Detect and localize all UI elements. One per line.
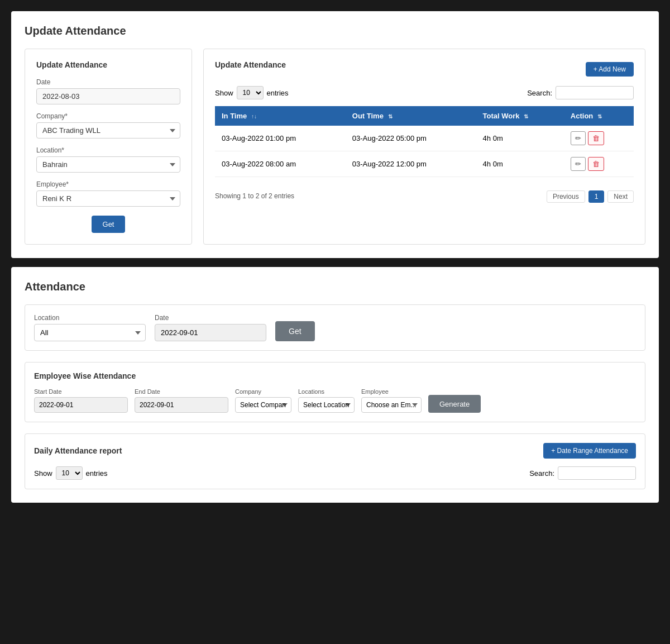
- locations-field: Locations Select Location: [298, 388, 355, 413]
- employee-label: Employee*: [36, 180, 180, 188]
- company-field: Company Select Compan: [235, 388, 291, 413]
- delete-button-1[interactable]: 🗑: [588, 131, 604, 145]
- action-buttons-1: ✏ 🗑: [571, 131, 627, 145]
- action-sort-icon: ⇅: [597, 113, 602, 120]
- table-row: 03-Aug-2022 08:00 am 03-Aug-2022 12:00 p…: [215, 151, 634, 177]
- showing-info: Showing 1 to 2 of 2 entries: [215, 192, 294, 200]
- date-group: Date: [36, 78, 180, 104]
- employee-wise-row: Start Date End Date Company Select Compa…: [34, 388, 636, 413]
- left-get-button[interactable]: Get: [92, 216, 126, 233]
- date-input[interactable]: [36, 88, 180, 104]
- add-new-button[interactable]: + Add New: [586, 62, 634, 77]
- in-time-cell-1: 03-Aug-2022 01:00 pm: [215, 126, 346, 151]
- daily-entries-label: entries: [86, 469, 108, 478]
- action-buttons-2: ✏ 🗑: [571, 157, 627, 171]
- employee-select[interactable]: Reni K R: [36, 190, 180, 207]
- company-select[interactable]: ABC Trading WLL: [36, 122, 180, 139]
- employee-wise-section: Employee Wise Attendance Start Date End …: [25, 362, 645, 422]
- in-time-cell-2: 03-Aug-2022 08:00 am: [215, 151, 346, 177]
- col-in-time[interactable]: In Time ↑↓: [215, 106, 346, 126]
- daily-header: Daily Attendance report + Date Range Att…: [34, 443, 636, 459]
- att-location-select[interactable]: All: [34, 324, 146, 341]
- col-out-time[interactable]: Out Time ⇅: [346, 106, 476, 126]
- entries-select[interactable]: 10: [237, 86, 264, 99]
- action-cell-1: ✏ 🗑: [564, 126, 634, 151]
- emp-locations-select[interactable]: Select Location: [298, 397, 355, 413]
- end-date-input[interactable]: [135, 397, 228, 413]
- table-search-input[interactable]: [556, 86, 634, 99]
- table-body: 03-Aug-2022 01:00 pm 03-Aug-2022 05:00 p…: [215, 126, 634, 177]
- delete-button-2[interactable]: 🗑: [588, 157, 604, 171]
- get-btn-container: Get: [36, 216, 180, 233]
- location-label: Location*: [36, 146, 180, 154]
- out-time-cell-1: 03-Aug-2022 05:00 pm: [346, 126, 476, 151]
- entries-label: entries: [267, 89, 289, 97]
- daily-search-label: Search:: [529, 469, 554, 478]
- previous-button[interactable]: Previous: [547, 190, 585, 203]
- total-work-cell-1: 4h 0m: [476, 126, 564, 151]
- action-cell-2: ✏ 🗑: [564, 151, 634, 177]
- attendance-filter-row: Location All Date Get: [25, 304, 645, 351]
- table-header: In Time ↑↓ Out Time ⇅ Total Work ⇅ Act: [215, 106, 634, 126]
- show-entries-left: Show 10 entries: [215, 86, 289, 99]
- emp-company-select[interactable]: Select Compan: [235, 397, 291, 413]
- next-button[interactable]: Next: [607, 190, 634, 203]
- show-label: Show: [215, 89, 233, 97]
- attendance-card: Attendance Location All Date Get Employe…: [11, 267, 659, 503]
- edit-button-2[interactable]: ✏: [571, 157, 586, 171]
- edit-button-1[interactable]: ✏: [571, 131, 586, 145]
- company-group: Company* ABC Trading WLL: [36, 112, 180, 139]
- daily-section: Daily Attendance report + Date Range Att…: [25, 433, 645, 489]
- update-attendance-card: Update Attendance Update Attendance Date…: [11, 11, 659, 258]
- location-group: Location* Bahrain: [36, 146, 180, 173]
- attendance-title: Attendance: [25, 280, 645, 293]
- emp-employee-select[interactable]: Choose an Em...: [361, 397, 422, 413]
- total-work-sort-icon: ⇅: [524, 113, 528, 120]
- col-total-work[interactable]: Total Work ⇅: [476, 106, 564, 126]
- att-get-button[interactable]: Get: [275, 321, 315, 341]
- att-date-input[interactable]: [155, 324, 266, 341]
- employee-wise-title: Employee Wise Attendance: [34, 371, 636, 380]
- table-footer: Showing 1 to 2 of 2 entries Previous 1 N…: [215, 183, 634, 203]
- out-time-sort-icon: ⇅: [388, 113, 393, 120]
- pagination: Previous 1 Next: [547, 190, 634, 203]
- company-label: Company*: [36, 112, 180, 120]
- left-panel-title: Update Attendance: [36, 60, 180, 69]
- daily-title: Daily Attendance report: [34, 446, 122, 455]
- employee-group: Employee* Reni K R: [36, 180, 180, 207]
- daily-filter-left: Show 10 entries: [34, 466, 108, 480]
- update-attendance-layout: Update Attendance Date Company* ABC Trad…: [25, 49, 645, 245]
- att-date-label: Date: [155, 314, 266, 322]
- emp-locations-label: Locations: [298, 388, 355, 395]
- emp-company-label: Company: [235, 388, 291, 395]
- right-panel-header: Update Attendance + Add New: [215, 60, 634, 78]
- in-time-sort-icon: ↑↓: [251, 113, 257, 120]
- end-date-label: End Date: [135, 388, 228, 395]
- update-attendance-title: Update Attendance: [25, 25, 645, 37]
- start-date-field: Start Date: [34, 388, 128, 413]
- right-panel-title: Update Attendance: [215, 60, 286, 69]
- start-date-label: Start Date: [34, 388, 128, 395]
- show-entries-row: Show 10 entries Search:: [215, 86, 634, 99]
- right-panel: Update Attendance + Add New Show 10 entr…: [203, 49, 645, 245]
- generate-button[interactable]: Generate: [428, 395, 481, 413]
- date-range-button[interactable]: + Date Range Attendance: [543, 443, 636, 459]
- date-label: Date: [36, 78, 180, 86]
- att-location-label: Location: [34, 314, 146, 322]
- out-time-cell-2: 03-Aug-2022 12:00 pm: [346, 151, 476, 177]
- daily-search-input[interactable]: [558, 466, 636, 480]
- location-select[interactable]: Bahrain: [36, 156, 180, 173]
- attendance-table: In Time ↑↓ Out Time ⇅ Total Work ⇅ Act: [215, 106, 634, 177]
- daily-filter-row: Show 10 entries Search:: [34, 466, 636, 480]
- col-action[interactable]: Action ⇅: [564, 106, 634, 126]
- search-label: Search:: [527, 89, 552, 97]
- total-work-cell-2: 4h 0m: [476, 151, 564, 177]
- daily-filter-right: Search:: [529, 466, 636, 480]
- att-date-group: Date: [155, 314, 266, 341]
- start-date-input[interactable]: [34, 397, 128, 413]
- daily-entries-select[interactable]: 10: [56, 466, 83, 480]
- end-date-field: End Date: [135, 388, 228, 413]
- att-location-group: Location All: [34, 314, 146, 341]
- employee-field: Employee Choose an Em...: [361, 388, 422, 413]
- page-1-button[interactable]: 1: [588, 190, 605, 203]
